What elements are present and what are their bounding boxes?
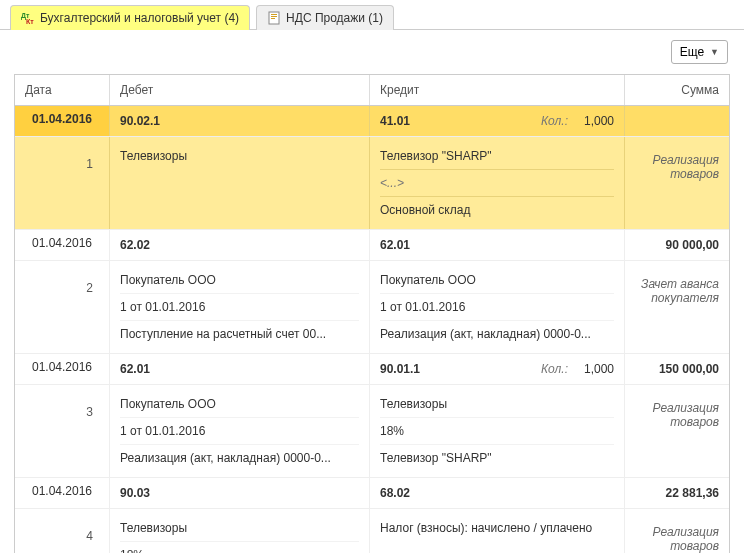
table-row-detail[interactable]: 4Телевизоры18%Налог (взносы): начислено … bbox=[15, 509, 729, 553]
cell-debit-detail: Телевизоры18% bbox=[110, 509, 370, 553]
table-row-detail[interactable]: 2Покупатель ООО1 от 01.01.2016Поступлени… bbox=[15, 261, 729, 354]
svg-text:Кт: Кт bbox=[26, 18, 34, 25]
header-debit[interactable]: Дебет bbox=[110, 75, 370, 105]
cell-comment: Зачет аванса покупателя bbox=[625, 261, 729, 353]
header-credit[interactable]: Кредит bbox=[370, 75, 625, 105]
table-row[interactable]: 01.04.201662.0190.01.1Кол.:1,000150 000,… bbox=[15, 354, 729, 385]
cell-debit-account: 90.03 bbox=[110, 478, 370, 508]
cell-comment: Реализация товаров bbox=[625, 509, 729, 553]
cell-index: 4 bbox=[15, 509, 110, 553]
table-row-detail[interactable]: 3Покупатель ООО1 от 01.01.2016Реализация… bbox=[15, 385, 729, 478]
tab-label: НДС Продажи (1) bbox=[286, 11, 383, 25]
cell-debit-account: 62.01 bbox=[110, 354, 370, 384]
cell-debit-detail: Покупатель ООО1 от 01.01.2016Поступление… bbox=[110, 261, 370, 353]
cell-date: 01.04.2016 bbox=[15, 478, 110, 508]
document-icon bbox=[267, 11, 281, 25]
toolbar: Еще ▼ bbox=[0, 30, 744, 74]
cell-credit-detail: Телевизоры18%Телевизор "SHARP" bbox=[370, 385, 625, 477]
cell-credit-account: 68.02 bbox=[370, 478, 625, 508]
more-button-label: Еще bbox=[680, 45, 704, 59]
chevron-down-icon: ▼ bbox=[710, 47, 719, 57]
cell-sum: 22 881,36 bbox=[625, 478, 729, 508]
tab-label: Бухгалтерский и налоговый учет (4) bbox=[40, 11, 239, 25]
cell-debit-detail: Покупатель ООО1 от 01.01.2016Реализация … bbox=[110, 385, 370, 477]
cell-debit-detail: Телевизоры bbox=[110, 137, 370, 229]
table-row-detail[interactable]: 1ТелевизорыТелевизор "SHARP"<...>Основно… bbox=[15, 137, 729, 230]
cell-comment: Реализация товаров bbox=[625, 385, 729, 477]
cell-credit-account: 41.01Кол.:1,000 bbox=[370, 106, 625, 136]
cell-credit-detail: Покупатель ООО1 от 01.01.2016Реализация … bbox=[370, 261, 625, 353]
cell-date: 01.04.2016 bbox=[15, 354, 110, 384]
svg-rect-4 bbox=[271, 16, 277, 17]
header-sum[interactable]: Сумма bbox=[625, 75, 729, 105]
tab-vat-sales[interactable]: НДС Продажи (1) bbox=[256, 5, 394, 30]
tab-bar: ДтКт Бухгалтерский и налоговый учет (4) … bbox=[0, 0, 744, 30]
cell-credit-account: 90.01.1Кол.:1,000 bbox=[370, 354, 625, 384]
cell-index: 1 bbox=[15, 137, 110, 229]
svg-rect-5 bbox=[271, 18, 275, 19]
more-button[interactable]: Еще ▼ bbox=[671, 40, 728, 64]
cell-credit-account: 62.01 bbox=[370, 230, 625, 260]
table-row[interactable]: 01.04.201690.0368.0222 881,36 bbox=[15, 478, 729, 509]
cell-comment: Реализация товаров bbox=[625, 137, 729, 229]
tab-accounting[interactable]: ДтКт Бухгалтерский и налоговый учет (4) bbox=[10, 5, 250, 30]
cell-index: 3 bbox=[15, 385, 110, 477]
cell-date: 01.04.2016 bbox=[15, 106, 110, 136]
cell-sum: 90 000,00 bbox=[625, 230, 729, 260]
header-date[interactable]: Дата bbox=[15, 75, 110, 105]
cell-credit-detail: Телевизор "SHARP"<...>Основной склад bbox=[370, 137, 625, 229]
accounting-grid: Дата Дебет Кредит Сумма 01.04.201690.02.… bbox=[14, 74, 730, 553]
grid-header: Дата Дебет Кредит Сумма bbox=[15, 75, 729, 106]
table-row[interactable]: 01.04.201690.02.141.01Кол.:1,000 bbox=[15, 106, 729, 137]
cell-date: 01.04.2016 bbox=[15, 230, 110, 260]
cell-debit-account: 90.02.1 bbox=[110, 106, 370, 136]
cell-index: 2 bbox=[15, 261, 110, 353]
cell-sum bbox=[625, 106, 729, 136]
cell-sum: 150 000,00 bbox=[625, 354, 729, 384]
svg-rect-3 bbox=[271, 14, 277, 15]
debit-credit-icon: ДтКт bbox=[21, 11, 35, 25]
table-row[interactable]: 01.04.201662.0262.0190 000,00 bbox=[15, 230, 729, 261]
cell-debit-account: 62.02 bbox=[110, 230, 370, 260]
cell-credit-detail: Налог (взносы): начислено / уплачено bbox=[370, 509, 625, 553]
